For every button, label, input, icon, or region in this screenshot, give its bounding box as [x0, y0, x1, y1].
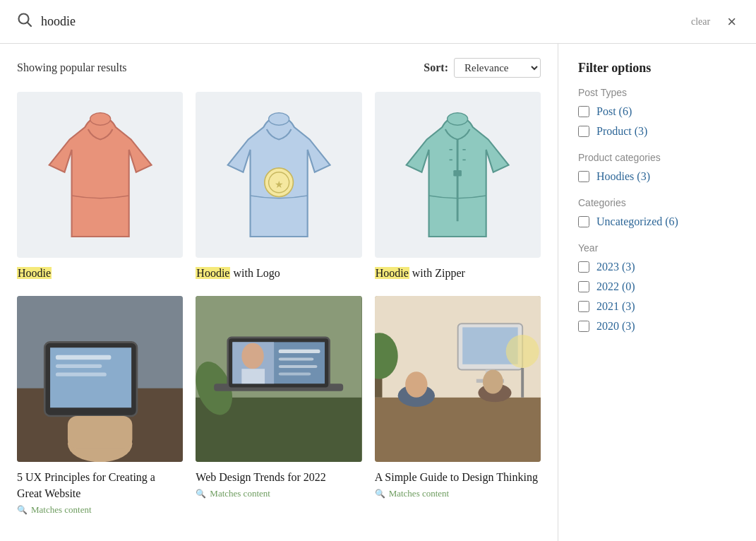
filter-checkbox-product[interactable]: [578, 126, 589, 137]
matches-label: Matches content: [31, 504, 92, 516]
card-title: Hoodie with Logo: [196, 265, 361, 281]
svg-rect-42: [375, 397, 541, 462]
filter-checkbox-2022[interactable]: [578, 281, 589, 292]
svg-point-7: [448, 112, 468, 124]
filter-group-title: Categories: [578, 197, 736, 208]
filter-group-categories: Categories Uncategorized (6): [578, 197, 736, 228]
svg-point-30: [242, 343, 264, 369]
card-image: ★: [196, 92, 361, 258]
svg-rect-34: [279, 365, 318, 368]
filter-item-2023[interactable]: 2023 (3): [578, 261, 736, 273]
search-input[interactable]: hoodie: [41, 14, 677, 29]
filter-group-product-categories: Product categories Hoodies (3): [578, 152, 736, 183]
filter-label-product[interactable]: Product (3): [596, 125, 647, 138]
sort-label: Sort:: [424, 61, 448, 74]
filter-group-year: Year 2023 (3) 2022 (0) 2021 (3) 2020 (3): [578, 242, 736, 333]
svg-point-3: [269, 112, 289, 124]
filter-item-2020[interactable]: 2020 (3): [578, 320, 736, 333]
filter-label-uncategorized[interactable]: Uncategorized (6): [596, 215, 678, 228]
matches-label: Matches content: [389, 488, 450, 499]
card-title: Hoodie with Zipper: [375, 265, 541, 281]
svg-point-2: [90, 112, 110, 124]
matches-content: 🔍 Matches content: [375, 488, 541, 499]
svg-text:★: ★: [275, 178, 284, 189]
card-title: A Simple Guide to Design Thinking: [375, 469, 541, 485]
svg-point-47: [505, 334, 539, 367]
magnifier-icon: 🔍: [375, 489, 385, 499]
filter-checkbox-2020[interactable]: [578, 321, 589, 332]
card-title: Web Design Trends for 2022: [196, 469, 361, 485]
filter-label-2021[interactable]: 2021 (3): [596, 300, 635, 313]
filter-group-title: Product categories: [578, 152, 736, 163]
result-card[interactable]: Hoodie: [17, 92, 183, 282]
clear-button[interactable]: clear: [685, 16, 716, 28]
svg-rect-19: [56, 364, 102, 367]
search-bar: hoodie clear ×: [0, 0, 756, 44]
filter-item-2021[interactable]: 2021 (3): [578, 300, 736, 313]
filter-title: Filter options: [578, 61, 736, 76]
card-image: [17, 296, 183, 462]
card-image: [375, 92, 541, 258]
filter-checkbox-uncategorized[interactable]: [578, 216, 589, 227]
filter-label-2023[interactable]: 2023 (3): [596, 261, 635, 273]
svg-rect-22: [68, 415, 133, 448]
results-area: Showing popular results Sort: Relevance …: [0, 44, 558, 541]
sort-select[interactable]: Relevance Date Popularity: [454, 58, 541, 78]
result-card[interactable]: A Simple Guide to Design Thinking 🔍 Matc…: [375, 296, 541, 516]
main-layout: Showing popular results Sort: Relevance …: [0, 44, 756, 541]
svg-point-44: [405, 371, 427, 398]
card-image: [196, 296, 361, 462]
card-title: 5 UX Principles for Creating a Great Web…: [17, 469, 183, 501]
svg-rect-32: [279, 349, 320, 352]
filter-checkbox-post[interactable]: [578, 106, 589, 117]
result-card[interactable]: ★ Hoodie with Logo: [196, 92, 361, 282]
matches-label: Matches content: [210, 488, 270, 499]
result-card[interactable]: Hoodie with Zipper: [375, 92, 541, 282]
filter-checkbox-2021[interactable]: [578, 301, 589, 312]
showing-text: Showing popular results: [17, 61, 424, 74]
card-image: [17, 92, 183, 258]
filter-group-title: Post Types: [578, 87, 736, 98]
filter-label-2020[interactable]: 2020 (3): [596, 320, 635, 333]
filter-group-post-types: Post Types Post (6) Product (3): [578, 87, 736, 138]
svg-rect-9: [454, 170, 462, 176]
top-bar: Showing popular results Sort: Relevance …: [17, 58, 541, 78]
filter-item-post[interactable]: Post (6): [578, 105, 736, 118]
result-card[interactable]: 5 UX Principles for Creating a Great Web…: [17, 296, 183, 516]
filter-label-2022[interactable]: 2022 (0): [596, 280, 635, 293]
filter-checkbox-hoodies[interactable]: [578, 171, 589, 182]
filter-label-post[interactable]: Post (6): [596, 105, 632, 118]
magnifier-icon: 🔍: [17, 505, 28, 516]
results-grid: Hoodie ★: [17, 92, 541, 516]
highlight: Hoodie: [17, 267, 52, 279]
svg-rect-31: [242, 369, 265, 384]
filter-checkbox-2023[interactable]: [578, 261, 589, 273]
svg-line-1: [28, 23, 31, 26]
filter-item-hoodies[interactable]: Hoodies (3): [578, 170, 736, 183]
svg-rect-18: [56, 355, 111, 359]
highlight: Hoodie: [196, 267, 230, 279]
svg-point-46: [483, 369, 503, 393]
card-image: [375, 296, 541, 462]
svg-rect-33: [279, 357, 314, 360]
filter-item-2022[interactable]: 2022 (0): [578, 280, 736, 293]
filter-label-hoodies[interactable]: Hoodies (3): [596, 170, 650, 183]
filter-group-title: Year: [578, 242, 736, 254]
magnifier-icon: 🔍: [196, 489, 206, 499]
filter-item-product[interactable]: Product (3): [578, 125, 736, 138]
close-button[interactable]: ×: [724, 13, 739, 31]
matches-content: 🔍 Matches content: [196, 488, 361, 499]
search-icon: [17, 12, 32, 31]
result-card[interactable]: Web Design Trends for 2022 🔍 Matches con…: [196, 296, 361, 516]
svg-rect-35: [279, 372, 311, 375]
highlight: Hoodie: [375, 267, 409, 279]
filter-sidebar: Filter options Post Types Post (6) Produ…: [558, 44, 756, 541]
matches-content: 🔍 Matches content: [17, 504, 183, 516]
filter-item-uncategorized[interactable]: Uncategorized (6): [578, 215, 736, 228]
svg-rect-20: [56, 372, 107, 376]
card-title: Hoodie: [17, 265, 183, 281]
